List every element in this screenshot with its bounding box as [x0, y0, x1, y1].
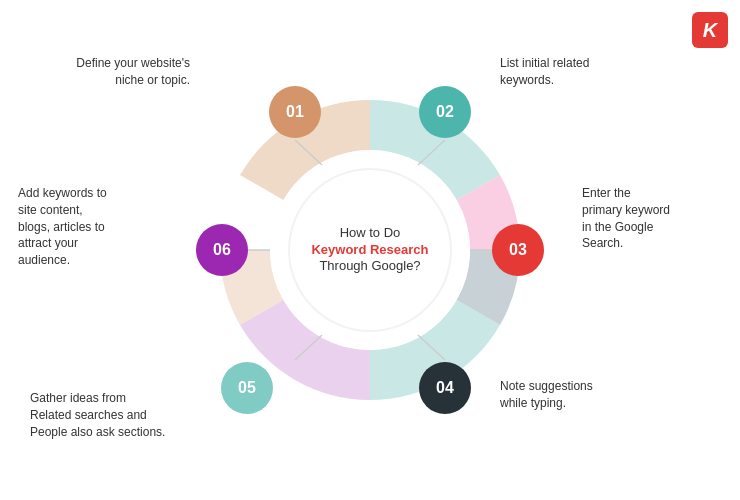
center-label: How to Do Keyword Research Through Googl…: [290, 170, 450, 330]
step-02-circle: 02: [419, 86, 471, 138]
svg-line-5: [295, 335, 322, 360]
svg-line-1: [295, 140, 322, 165]
logo-icon: K: [692, 12, 728, 48]
step-02-label: List initial relatedkeywords.: [500, 55, 630, 89]
center-line1: How to Do: [340, 225, 401, 242]
step-06-label: Add keywords tosite content,blogs, artic…: [18, 185, 173, 269]
step-05-circle: 05: [221, 362, 273, 414]
step-06-circle: 06: [196, 224, 248, 276]
center-line3: Through Google?: [319, 258, 420, 275]
step-03-label: Enter theprimary keywordin the GoogleSea…: [582, 185, 722, 252]
step-01-label: Define your website'sniche or topic.: [50, 55, 190, 89]
step-01-circle: 01: [269, 86, 321, 138]
step-04-label: Note suggestionswhile typing.: [500, 378, 640, 412]
svg-line-4: [418, 335, 445, 360]
center-highlight: Keyword Research: [311, 242, 428, 259]
svg-line-2: [418, 140, 445, 165]
step-05-label: Gather ideas fromRelated searches andPeo…: [30, 390, 215, 440]
step-04-circle: 04: [419, 362, 471, 414]
step-03-circle: 03: [492, 224, 544, 276]
